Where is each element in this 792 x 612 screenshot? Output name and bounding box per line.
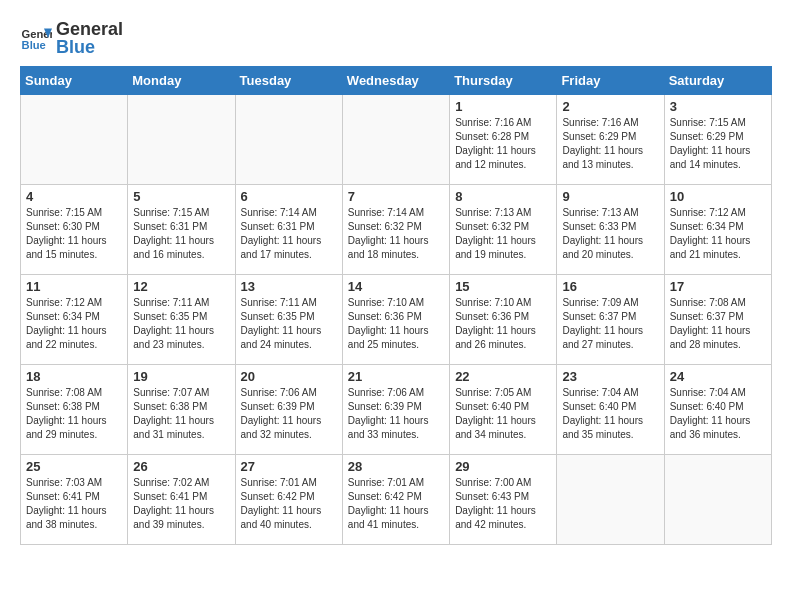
day-info: Sunrise: 7:01 AM Sunset: 6:42 PM Dayligh… — [348, 476, 444, 532]
day-number: 13 — [241, 279, 337, 294]
calendar-cell: 25Sunrise: 7:03 AM Sunset: 6:41 PM Dayli… — [21, 455, 128, 545]
day-number: 8 — [455, 189, 551, 204]
day-info: Sunrise: 7:14 AM Sunset: 6:32 PM Dayligh… — [348, 206, 444, 262]
calendar-cell — [128, 95, 235, 185]
day-number: 29 — [455, 459, 551, 474]
day-info: Sunrise: 7:13 AM Sunset: 6:32 PM Dayligh… — [455, 206, 551, 262]
day-number: 15 — [455, 279, 551, 294]
day-number: 23 — [562, 369, 658, 384]
calendar-cell: 10Sunrise: 7:12 AM Sunset: 6:34 PM Dayli… — [664, 185, 771, 275]
day-header: Friday — [557, 67, 664, 95]
calendar-cell: 5Sunrise: 7:15 AM Sunset: 6:31 PM Daylig… — [128, 185, 235, 275]
day-info: Sunrise: 7:13 AM Sunset: 6:33 PM Dayligh… — [562, 206, 658, 262]
day-number: 1 — [455, 99, 551, 114]
day-number: 7 — [348, 189, 444, 204]
day-number: 19 — [133, 369, 229, 384]
day-number: 12 — [133, 279, 229, 294]
day-info: Sunrise: 7:12 AM Sunset: 6:34 PM Dayligh… — [670, 206, 766, 262]
calendar-cell: 17Sunrise: 7:08 AM Sunset: 6:37 PM Dayli… — [664, 275, 771, 365]
calendar-cell: 16Sunrise: 7:09 AM Sunset: 6:37 PM Dayli… — [557, 275, 664, 365]
calendar-cell: 12Sunrise: 7:11 AM Sunset: 6:35 PM Dayli… — [128, 275, 235, 365]
day-info: Sunrise: 7:16 AM Sunset: 6:28 PM Dayligh… — [455, 116, 551, 172]
day-info: Sunrise: 7:15 AM Sunset: 6:30 PM Dayligh… — [26, 206, 122, 262]
day-info: Sunrise: 7:00 AM Sunset: 6:43 PM Dayligh… — [455, 476, 551, 532]
day-info: Sunrise: 7:14 AM Sunset: 6:31 PM Dayligh… — [241, 206, 337, 262]
calendar-cell: 20Sunrise: 7:06 AM Sunset: 6:39 PM Dayli… — [235, 365, 342, 455]
calendar-cell: 9Sunrise: 7:13 AM Sunset: 6:33 PM Daylig… — [557, 185, 664, 275]
day-info: Sunrise: 7:07 AM Sunset: 6:38 PM Dayligh… — [133, 386, 229, 442]
calendar-cell — [21, 95, 128, 185]
day-number: 4 — [26, 189, 122, 204]
day-number: 21 — [348, 369, 444, 384]
calendar-cell: 2Sunrise: 7:16 AM Sunset: 6:29 PM Daylig… — [557, 95, 664, 185]
calendar-cell: 3Sunrise: 7:15 AM Sunset: 6:29 PM Daylig… — [664, 95, 771, 185]
calendar-cell: 22Sunrise: 7:05 AM Sunset: 6:40 PM Dayli… — [450, 365, 557, 455]
day-info: Sunrise: 7:15 AM Sunset: 6:29 PM Dayligh… — [670, 116, 766, 172]
day-header: Saturday — [664, 67, 771, 95]
calendar-cell: 28Sunrise: 7:01 AM Sunset: 6:42 PM Dayli… — [342, 455, 449, 545]
day-header: Sunday — [21, 67, 128, 95]
day-info: Sunrise: 7:09 AM Sunset: 6:37 PM Dayligh… — [562, 296, 658, 352]
day-number: 17 — [670, 279, 766, 294]
day-info: Sunrise: 7:16 AM Sunset: 6:29 PM Dayligh… — [562, 116, 658, 172]
day-info: Sunrise: 7:04 AM Sunset: 6:40 PM Dayligh… — [562, 386, 658, 442]
day-info: Sunrise: 7:15 AM Sunset: 6:31 PM Dayligh… — [133, 206, 229, 262]
calendar-table: SundayMondayTuesdayWednesdayThursdayFrid… — [20, 66, 772, 545]
logo: General Blue GeneralBlue — [20, 20, 123, 56]
calendar-cell: 23Sunrise: 7:04 AM Sunset: 6:40 PM Dayli… — [557, 365, 664, 455]
calendar-cell: 29Sunrise: 7:00 AM Sunset: 6:43 PM Dayli… — [450, 455, 557, 545]
day-info: Sunrise: 7:10 AM Sunset: 6:36 PM Dayligh… — [348, 296, 444, 352]
day-info: Sunrise: 7:05 AM Sunset: 6:40 PM Dayligh… — [455, 386, 551, 442]
calendar-cell — [664, 455, 771, 545]
calendar-cell: 26Sunrise: 7:02 AM Sunset: 6:41 PM Dayli… — [128, 455, 235, 545]
day-info: Sunrise: 7:10 AM Sunset: 6:36 PM Dayligh… — [455, 296, 551, 352]
day-number: 25 — [26, 459, 122, 474]
calendar-cell: 24Sunrise: 7:04 AM Sunset: 6:40 PM Dayli… — [664, 365, 771, 455]
calendar-cell — [342, 95, 449, 185]
calendar-cell: 11Sunrise: 7:12 AM Sunset: 6:34 PM Dayli… — [21, 275, 128, 365]
day-number: 20 — [241, 369, 337, 384]
day-info: Sunrise: 7:06 AM Sunset: 6:39 PM Dayligh… — [348, 386, 444, 442]
day-number: 3 — [670, 99, 766, 114]
calendar-cell: 19Sunrise: 7:07 AM Sunset: 6:38 PM Dayli… — [128, 365, 235, 455]
day-number: 9 — [562, 189, 658, 204]
day-info: Sunrise: 7:08 AM Sunset: 6:38 PM Dayligh… — [26, 386, 122, 442]
day-number: 10 — [670, 189, 766, 204]
day-info: Sunrise: 7:06 AM Sunset: 6:39 PM Dayligh… — [241, 386, 337, 442]
calendar-cell — [235, 95, 342, 185]
calendar-cell: 6Sunrise: 7:14 AM Sunset: 6:31 PM Daylig… — [235, 185, 342, 275]
page-header: General Blue GeneralBlue — [20, 20, 772, 56]
calendar-cell: 8Sunrise: 7:13 AM Sunset: 6:32 PM Daylig… — [450, 185, 557, 275]
day-number: 24 — [670, 369, 766, 384]
calendar-cell: 21Sunrise: 7:06 AM Sunset: 6:39 PM Dayli… — [342, 365, 449, 455]
day-number: 11 — [26, 279, 122, 294]
day-info: Sunrise: 7:11 AM Sunset: 6:35 PM Dayligh… — [241, 296, 337, 352]
day-number: 6 — [241, 189, 337, 204]
day-info: Sunrise: 7:11 AM Sunset: 6:35 PM Dayligh… — [133, 296, 229, 352]
day-number: 14 — [348, 279, 444, 294]
calendar-cell: 18Sunrise: 7:08 AM Sunset: 6:38 PM Dayli… — [21, 365, 128, 455]
day-info: Sunrise: 7:12 AM Sunset: 6:34 PM Dayligh… — [26, 296, 122, 352]
calendar-cell: 7Sunrise: 7:14 AM Sunset: 6:32 PM Daylig… — [342, 185, 449, 275]
day-header: Monday — [128, 67, 235, 95]
day-info: Sunrise: 7:03 AM Sunset: 6:41 PM Dayligh… — [26, 476, 122, 532]
svg-text:Blue: Blue — [22, 39, 46, 51]
calendar-cell: 27Sunrise: 7:01 AM Sunset: 6:42 PM Dayli… — [235, 455, 342, 545]
calendar-cell: 13Sunrise: 7:11 AM Sunset: 6:35 PM Dayli… — [235, 275, 342, 365]
day-header: Wednesday — [342, 67, 449, 95]
logo-text: GeneralBlue — [56, 20, 123, 56]
day-number: 16 — [562, 279, 658, 294]
calendar-cell: 15Sunrise: 7:10 AM Sunset: 6:36 PM Dayli… — [450, 275, 557, 365]
calendar-cell: 1Sunrise: 7:16 AM Sunset: 6:28 PM Daylig… — [450, 95, 557, 185]
day-header: Thursday — [450, 67, 557, 95]
day-number: 5 — [133, 189, 229, 204]
day-header: Tuesday — [235, 67, 342, 95]
day-number: 28 — [348, 459, 444, 474]
day-info: Sunrise: 7:04 AM Sunset: 6:40 PM Dayligh… — [670, 386, 766, 442]
day-number: 22 — [455, 369, 551, 384]
logo-icon: General Blue — [20, 22, 52, 54]
calendar-cell: 4Sunrise: 7:15 AM Sunset: 6:30 PM Daylig… — [21, 185, 128, 275]
day-number: 2 — [562, 99, 658, 114]
calendar-cell — [557, 455, 664, 545]
calendar-cell: 14Sunrise: 7:10 AM Sunset: 6:36 PM Dayli… — [342, 275, 449, 365]
